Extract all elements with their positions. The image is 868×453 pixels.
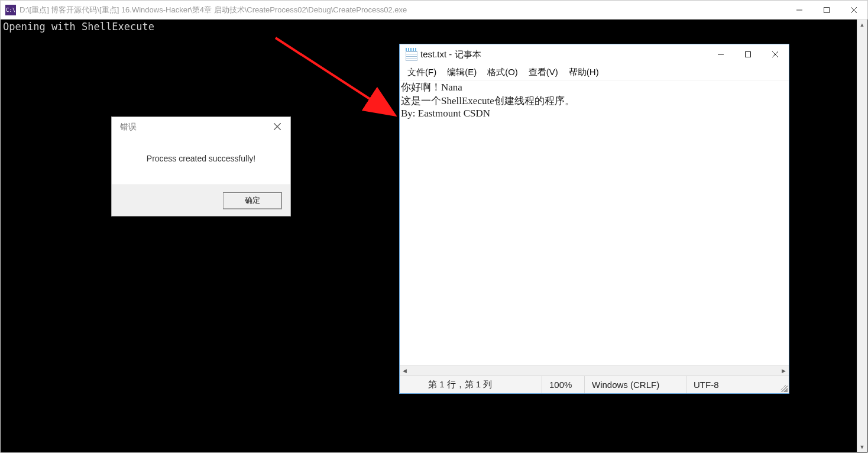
notepad-titlebar[interactable]: test.txt - 记事本 [400,44,789,64]
menu-file[interactable]: 文件(F) [402,66,442,79]
console-line: Opening with ShellExecute [3,21,865,33]
console-title-text: D:\[重点] 博客开源代码\[重点] 16.Windows-Hacker\第4… [20,5,786,15]
scroll-left-icon[interactable]: ◀ [400,366,410,376]
maximize-button[interactable] [734,44,762,64]
svg-rect-1 [824,7,830,12]
close-button[interactable] [762,44,789,64]
text-line: 你好啊！Nana [401,82,462,93]
resize-grip-icon[interactable] [780,385,788,392]
status-zoom: 100% [542,376,584,393]
menu-edit[interactable]: 编辑(E) [442,66,482,79]
console-window-controls [786,1,867,19]
minimize-button[interactable] [707,44,734,64]
menu-format[interactable]: 格式(O) [482,66,523,79]
menu-view[interactable]: 查看(V) [523,66,563,79]
status-line-ending: Windows (CRLF) [584,376,686,393]
error-dialog: 错误 Process created successfully! 确定 [111,117,291,216]
console-app-icon: C:\ [5,5,16,15]
status-encoding: UTF-8 [686,376,789,393]
status-spacer [400,376,417,393]
scroll-down-icon[interactable]: ▼ [857,442,867,452]
status-position: 第 1 行，第 1 列 [417,376,542,393]
dialog-message: Process created successfully! [112,137,290,185]
scroll-right-icon[interactable]: ▶ [779,366,789,376]
notepad-horizontal-scrollbar[interactable]: ◀ ▶ [400,365,789,376]
console-vertical-scrollbar[interactable]: ▲ ▼ [857,20,867,452]
notepad-statusbar: 第 1 行，第 1 列 100% Windows (CRLF) UTF-8 [400,376,789,393]
console-titlebar[interactable]: C:\ D:\[重点] 博客开源代码\[重点] 16.Windows-Hacke… [1,1,867,20]
text-line: 这是一个ShellExecute创建线程的程序。 [401,95,575,106]
dialog-footer: 确定 [112,185,290,216]
notepad-text-area[interactable]: 你好啊！Nana 这是一个ShellExecute创建线程的程序。 By: Ea… [400,80,789,365]
notepad-window: test.txt - 记事本 文件(F) 编辑(E) 格式(O) 查看(V) 帮… [399,44,789,394]
dialog-titlebar[interactable]: 错误 [112,117,290,137]
menu-help[interactable]: 帮助(H) [563,66,604,79]
svg-rect-9 [746,52,751,57]
dialog-title-text: 错误 [120,122,270,132]
notepad-app-icon [406,48,416,61]
scroll-up-icon[interactable]: ▲ [857,20,867,30]
maximize-button[interactable] [813,1,840,19]
text-line: By: Eastmount CSDN [401,108,490,119]
notepad-menubar: 文件(F) 编辑(E) 格式(O) 查看(V) 帮助(H) [400,64,789,80]
ok-button[interactable]: 确定 [223,192,282,209]
notepad-window-controls [707,44,789,64]
scroll-track[interactable] [410,366,779,376]
notepad-title-text: test.txt - 记事本 [420,49,707,60]
minimize-button[interactable] [786,1,813,19]
close-button[interactable] [840,1,867,19]
scroll-track[interactable] [857,30,867,442]
dialog-close-button[interactable] [270,121,284,134]
